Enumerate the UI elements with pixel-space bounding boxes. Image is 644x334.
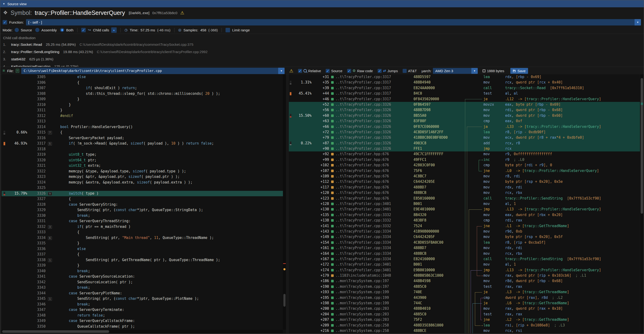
assembly-row[interactable]: +198..mon\TracySystem.cpp:199744Cje.L6 -…	[289, 301, 640, 306]
assembly-row[interactable]: +120..t\TracyProfiler.hpp:676488BCBmovrc…	[289, 190, 640, 195]
source-location[interactable]: ..t\TracyProfiler.hpp:676	[336, 163, 414, 168]
assembly-row[interactable]: +200..mon\TracySystem.cpp:203488B4010mov…	[289, 306, 640, 311]
mode-radio-both[interactable]: Both	[60, 28, 74, 32]
source-location[interactable]: ..t\TracyProfiler.hpp:676	[336, 157, 414, 163]
relative-checkbox[interactable]: ✓	[298, 69, 302, 73]
radio-icon[interactable]	[15, 28, 19, 32]
mode-radio-assembly[interactable]: Assembly	[35, 28, 57, 32]
source-location[interactable]: ..t\TracyProfiler.hpp:676	[336, 179, 414, 184]
assembly-row[interactable]: +195..mon\TracySystem.cpp:199443900→cmpd…	[289, 295, 640, 301]
assembly-row[interactable]: +102..t\TracyProfiler.hpp:67642803C0F00c…	[289, 163, 640, 168]
source-checkbox[interactable]: ✓	[326, 69, 330, 73]
source-location[interactable]: ..mon\TracySystem.cpp:199	[336, 295, 414, 301]
source-location[interactable]: ..mon\TracySystem.cpp:258	[336, 328, 414, 333]
source-line[interactable]: 3333 {	[2, 229, 286, 235]
mode-radio-source[interactable]: Source	[15, 28, 32, 32]
raw-code-checkbox[interactable]: ✓	[347, 69, 351, 73]
att-checkbox[interactable]	[403, 69, 407, 73]
source-line[interactable]: 3331 case ServerQueryThreadString:	[2, 218, 286, 224]
source-line[interactable]: 3329 SendString( ptr, (const char*)ptr, …	[2, 207, 286, 213]
source-location[interactable]: ..t\TracyProfiler.hpp:676	[336, 168, 414, 173]
assembly-row[interactable]: 45.41%+44..t\TracyProfiler.cpp:331784C0t…	[289, 91, 640, 96]
source-location[interactable]: ..t\TracyProfiler.cpp:3317	[336, 74, 414, 80]
assembly-row[interactable]: +72..t\TracyProfiler.cpp:33264C8D05F146F…	[289, 130, 640, 135]
source-location[interactable]: ..1103\include\atomic:1048	[336, 273, 414, 278]
assembly-row[interactable]: +52..t\TracyProfiler.cpp:33260FB64597mov…	[289, 102, 640, 107]
source-line[interactable]: 33323 if( ptr == m_mainThread )	[2, 224, 286, 230]
assembly-row[interactable]: +164..t\TracyProfiler.cpp:3334488BCBmovr…	[289, 251, 640, 256]
limit-range-checkbox[interactable]	[226, 28, 230, 32]
assembly-row[interactable]: 15.50%+60..t\TracyProfiler.cpp:33268B55A…	[289, 113, 640, 118]
source-location[interactable]: ..t\TracyProfiler.cpp:3326	[336, 130, 414, 135]
assembly-row[interactable]: +167..t\TracyProfiler.cpp:3334E824160000…	[289, 256, 640, 262]
source-location[interactable]: ..t\TracyProfiler.cpp:3334	[336, 229, 414, 234]
function-checkbox[interactable]: ✓	[2, 20, 7, 24]
assembly-row[interactable]: +186..mon\TracySystem.cpp:197448B4598mov…	[289, 278, 640, 284]
assembly-row[interactable]: +190..mon\TracySystem.cpp:1974885C0testr…	[289, 284, 640, 289]
assembly-row[interactable]: +207..mon\TracySystem.cpp:20375F2jne.L2 …	[289, 317, 640, 323]
source-location[interactable]: ..t\TracyProfiler.cpp:3326	[336, 124, 414, 130]
source-location[interactable]: ..t\TracyProfiler.cpp:3332	[336, 223, 414, 229]
source-line[interactable]: 3327 {	[2, 196, 286, 202]
source-line[interactable]: 3323 memcpy( &ptr, &payload.ptr, sizeof(…	[2, 174, 286, 180]
source-location[interactable]: ..t\TracyProfiler.cpp:3326	[336, 141, 414, 146]
assembly-row[interactable]: +63..t\TracyProfiler.cpp:332683F80Fcmpea…	[289, 118, 640, 124]
assembly-row[interactable]: 0.22%+87..t\TracyProfiler.cpp:33264903C8…	[289, 141, 640, 146]
source-location[interactable]: ..t\TracyProfiler.cpp:3326	[336, 146, 414, 152]
source-line[interactable]: 3322 memcpy( &type, &payload.type, sizeo…	[2, 169, 286, 174]
uarch-combo[interactable]: AMD Zen 3 ▼	[433, 68, 478, 74]
source-line[interactable]: 3313	[2, 119, 286, 124]
source-line[interactable]: 3350 QueueCallstackFrame( ptr );	[2, 324, 286, 330]
assembly-row[interactable]: +112..t\TracyProfiler.hpp:676C64424205Em…	[289, 179, 640, 184]
source-location[interactable]: ..t\TracyProfiler.cpp:3334	[336, 256, 414, 262]
assembly-row[interactable]: +92..t\TracyProfiler.hpp:67649C7C1FFFFFF…	[289, 152, 640, 157]
source-location[interactable]: ..t\TracyProfiler.hpp:676	[336, 196, 414, 201]
source-location[interactable]: ..t\TracyProfiler.cpp:3326	[336, 135, 414, 140]
source-vertical-scrollbar[interactable]	[283, 74, 286, 330]
source-location[interactable]: ..mon\TracySystem.cpp:199	[336, 301, 414, 306]
assembly-row[interactable]: +79..t\TracyProfiler.cpp:3326418B8C80E0B…	[289, 135, 640, 140]
assembly-row[interactable]: +143..t\TracyProfiler.cpp:333441B90B0000…	[289, 229, 640, 234]
assembly-row[interactable]: +138..t\TracyProfiler.cpp:3332483BF8cmpr…	[289, 218, 640, 223]
assembly-row[interactable]: +179..1103\include\atomic:1048488B05B63C…	[289, 273, 640, 278]
source-location[interactable]: ..t\TracyProfiler.hpp:676	[336, 190, 414, 195]
source-location[interactable]: ..t\TracyProfiler.cpp:3326	[336, 102, 414, 107]
assembly-row[interactable]: +204..mon\TracySystem.cpp:2034885C0testr…	[289, 312, 640, 317]
source-line[interactable]: 0.66%33157{	[2, 130, 286, 135]
assembly-row[interactable]: +31..t\TracyProfiler.cpp:3317488D5597lea…	[289, 74, 640, 80]
source-line[interactable]: 15.79%33269 switch( type )	[2, 191, 286, 196]
source-line[interactable]: 3311}	[2, 108, 286, 113]
source-line[interactable]: 3343 break;	[2, 285, 286, 291]
source-location[interactable]: ..mon\TracySystem.cpp:199	[336, 289, 414, 295]
source-line[interactable]: 3342 SendSourceLocation( ptr );	[2, 280, 286, 285]
save-button[interactable]: Save	[510, 68, 528, 74]
source-location[interactable]: ..mon\TracySystem.cpp:258	[336, 323, 414, 328]
child-calls-checkbox[interactable]: ✓	[81, 28, 86, 32]
source-line[interactable]: 3320 uint64_t ptr;	[2, 158, 286, 163]
source-line[interactable]: 3339 }	[2, 263, 286, 268]
radio-icon[interactable]	[60, 28, 64, 32]
source-line[interactable]: 46.93%33175 if( !m_sock->Read( &payload,…	[2, 141, 286, 147]
source-line[interactable]: 3346 break;	[2, 302, 286, 307]
source-location[interactable]: ..t\TracyProfiler.cpp:3317	[336, 85, 414, 91]
source-line[interactable]: 3325	[2, 185, 286, 191]
function-combo[interactable]: [ - self - ] ▼	[26, 19, 641, 25]
source-location[interactable]: ..t\TracyProfiler.cpp:3334	[336, 240, 414, 245]
assembly-row[interactable]: +209..mon\TracySystem.cpp:258488D35E8861…	[289, 323, 640, 328]
source-location[interactable]: ..t\TracyProfiler.cpp:3334	[336, 245, 414, 251]
source-line[interactable]: 3341 case ServerQuerySourceLocation:	[2, 274, 286, 280]
child-call-row[interactable]: 3.stat64i32625 μs (1.36%)	[3, 55, 641, 63]
assembly-row[interactable]: +174..t\TracyProfiler.cpp:3401E9B8010000…	[289, 268, 640, 273]
source-line[interactable]: 3328 case ServerQueryString:	[2, 202, 286, 208]
source-location[interactable]: ..t\TracyProfiler.cpp:3401	[336, 207, 414, 212]
source-line[interactable]: 3307 if( shouldExit ) return;	[2, 85, 286, 91]
assembly-row[interactable]: 1.31%+35..t\TracyProfiler.cpp:3317488B49…	[289, 80, 640, 85]
source-line[interactable]: 3310 }	[2, 102, 286, 108]
source-location[interactable]: ..t\TracyProfiler.cpp:3326	[336, 118, 414, 124]
source-location[interactable]: ..t\TracyProfiler.cpp:3317	[336, 80, 414, 85]
source-line[interactable]: 3349 case ServerQueryCallstackFrame:	[2, 318, 286, 324]
source-location[interactable]: ..t\TracyProfiler.cpp:3401	[336, 268, 414, 273]
source-location[interactable]: ..t\TracyProfiler.cpp:3334	[336, 234, 414, 240]
source-location[interactable]: ..t\TracyProfiler.cpp:3326	[336, 107, 414, 113]
assembly-row[interactable]: +46..t\TracyProfiler.cpp:33170F843502000…	[289, 96, 640, 102]
